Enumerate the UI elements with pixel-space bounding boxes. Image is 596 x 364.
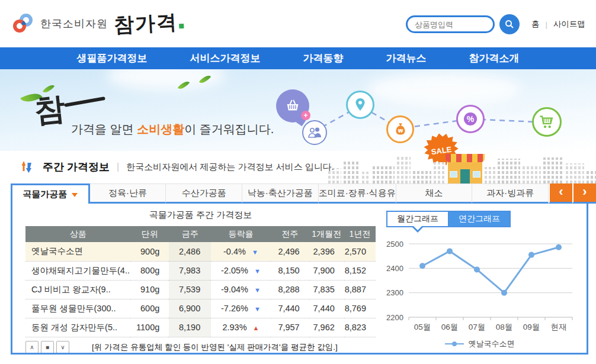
table-header-cell: 1년전 [344,226,376,242]
money-bag-icon: ₩ [386,115,414,143]
table-row[interactable]: 풀무원 생물만두(300..600g6,900-7.26% ▼7,4407,44… [25,299,376,318]
month-ago-cell: 7,835 [309,280,344,299]
org-name: 한국소비자원 [40,17,108,31]
site-header: 한국소비자원 참가격 홈 | 사이트맵 [0,0,596,47]
tab-category-5[interactable]: 조미료·장류·식용유 [319,183,396,204]
change-cell: -7.26% ▼ [211,299,270,318]
tab-category-3[interactable]: 수산가공품 [166,183,242,204]
table-header-row: 상품단위금주등락율전주1개월전1년전 [25,226,376,242]
table-header-cell: 전주 [271,226,309,242]
table-row[interactable]: 동원 개성 감자만두(5..1100g8,1902.93% ▲7,9577,96… [25,318,376,337]
people-icon [302,120,327,145]
svg-text:08월: 08월 [496,323,513,331]
prev-week-cell: 8,150 [271,261,309,280]
basket-icon: + [276,89,309,123]
tab-category-2[interactable]: 정육·난류 [90,183,166,204]
main-nav: 생필품가격정보서비스가격정보가격동향가격뉴스참가격소개 [0,47,596,69]
legend-label: 옛날국수소면 [469,339,515,349]
svg-text:2500: 2500 [386,240,403,249]
svg-text:₩: ₩ [398,127,403,133]
year-ago-cell: 8,769 [344,299,376,318]
chevron-down-icon [72,193,78,200]
prev-tabs-button[interactable]: ‹ [549,183,572,204]
nav-item-3[interactable]: 가격동향 [282,47,365,69]
scroll-up-button[interactable]: ∧ [25,341,39,354]
current-price-cell: 6,900 [169,299,211,318]
svg-text:%: % [467,114,475,124]
search-input[interactable] [406,15,495,33]
nav-item-4[interactable]: 가격뉴스 [365,47,448,69]
prev-week-cell: 7,957 [271,318,309,337]
search-icon [505,20,514,29]
table-header-cell: 상품 [25,226,130,242]
next-tabs-button[interactable]: › [572,183,596,204]
logo-rings-icon [12,14,34,34]
year-ago-cell: 8,152 [344,261,376,280]
nav-item-5[interactable]: 참가격소개 [448,47,541,69]
table-row[interactable]: CJ 비비고 왕교자(9..910g7,539-9.04% ▼8,2887,83… [25,280,376,299]
unit-cell: 900g [130,242,169,261]
price-table-panel: 곡물가공품 주간 가격정보 상품단위금주등락율전주1개월전1년전 옛날국수소면9… [12,204,380,353]
month-ago-cell: 7,962 [309,318,344,337]
tab-category-7[interactable]: 과자·빙과류 [472,183,549,204]
category-tab-bar: 곡물가공품정육·난류수산가공품낙농·축산가공품조미료·장류·식용유채소과자·빙과… [11,183,596,204]
plus-badge: + [301,111,310,120]
table-header-cell: 1개월전 [309,226,344,242]
product-cell: 동원 개성 감자만두(5.. [25,318,130,337]
svg-text:09월: 09월 [523,323,540,331]
down-triangle-icon: ▼ [254,268,261,275]
up-triangle-icon: ▲ [253,324,259,331]
graph-tab-2[interactable]: 연간그래프 [449,211,511,227]
svg-text:07월: 07월 [469,323,486,331]
tab-category-4[interactable]: 낙농·축산가공품 [242,183,319,204]
prev-week-cell: 8,288 [271,280,309,299]
svg-text:2200: 2200 [386,313,403,322]
search-button[interactable] [499,14,520,34]
table-header-cell: 단위 [130,226,169,242]
table-header-cell: 금주 [169,226,211,242]
tab-category-1[interactable]: 곡물가공품 [11,183,90,204]
tab-category-6[interactable]: 채소 [396,183,473,204]
nav-item-1[interactable]: 생필품가격정보 [56,47,169,69]
table-row[interactable]: 생야채돼지고기물만두(4..800g7,983-2.05% ▼8,1507,90… [25,261,376,280]
sitemap-link[interactable]: 사이트맵 [553,19,585,30]
chart-legend: 옛날국수소면 [380,339,578,349]
shop-icon [448,160,482,183]
price-table: 상품단위금주등락율전주1개월전1년전 옛날국수소면900g2,486-0.4% … [25,226,376,337]
down-triangle-icon: ▼ [254,286,261,294]
city-skyline [328,154,596,183]
section-title: 주간 가격정보 [43,160,110,174]
month-ago-cell: 7,440 [309,299,344,318]
year-ago-cell: 2,570 [344,242,376,261]
prev-week-cell: 7,440 [271,299,309,318]
scroll-stop-button[interactable]: ■ [41,341,54,354]
svg-text:2300: 2300 [386,288,403,297]
current-price-cell: 8,190 [169,318,211,337]
product-cell: CJ 비비고 왕교자(9.. [25,280,130,299]
current-price-cell: 7,983 [169,261,211,280]
table-title: 곡물가공품 주간 가격정보 [25,210,376,221]
graph-tab-1[interactable]: 월간그래프 [386,211,449,227]
site-logo[interactable]: 한국소비자원 참가격 [12,10,184,37]
table-header-cell: 등락율 [211,226,270,242]
change-cell: -9.04% ▼ [211,280,270,299]
price-footnote: [위 가격은 유통업체 할인 등이 반영된 '실제 판매가격'을 평균한 값임.… [92,342,338,353]
updown-arrows-icon [18,159,36,175]
scroll-down-button[interactable]: ∨ [56,341,69,354]
brand-logo-text: 참가격 [113,8,184,39]
month-ago-cell: 7,900 [309,261,344,280]
svg-text:2400: 2400 [386,264,403,273]
home-link[interactable]: 홈 [531,19,540,30]
legend-marker-icon [444,341,464,347]
unit-cell: 1100g [130,318,169,337]
year-ago-cell: 8,823 [344,318,376,337]
month-ago-cell: 2,396 [309,242,344,261]
unit-cell: 800g [130,261,169,280]
nav-item-2[interactable]: 서비스가격정보 [169,47,282,69]
weekly-price-panel: 곡물가공품 주간 가격정보 상품단위금주등락율전주1개월전1년전 옛날국수소면9… [11,204,588,355]
table-row[interactable]: 옛날국수소면900g2,486-0.4% ▼2,4962,3962,570 [25,242,376,261]
unit-cell: 600g [130,299,169,318]
change-cell: 2.93% ▲ [211,318,270,337]
svg-text:06월: 06월 [441,323,459,331]
product-cell: 옛날국수소면 [25,242,130,261]
